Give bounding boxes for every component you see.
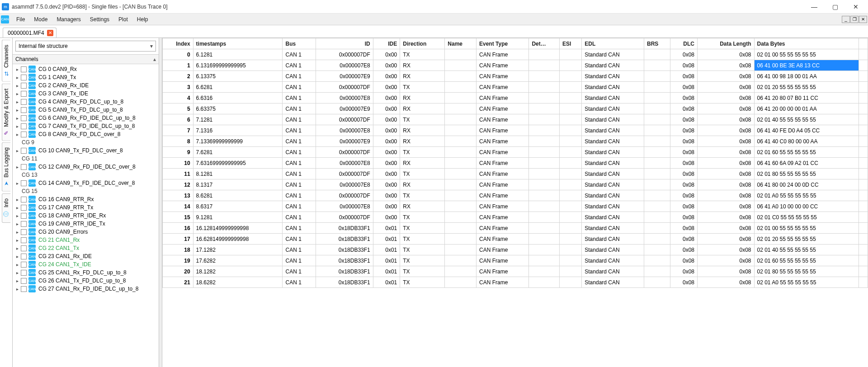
cell-id[interactable]: 0x000007DF: [316, 190, 373, 201]
cell-dlen[interactable]: 0x08: [697, 136, 754, 147]
cell-bus[interactable]: CAN 1: [283, 125, 316, 136]
cell-data[interactable]: 06 41 A0 10 00 00 00 CC: [754, 201, 859, 212]
cell-idx[interactable]: 7: [163, 125, 193, 136]
checkbox[interactable]: [21, 254, 27, 259]
checkbox[interactable]: [21, 180, 27, 186]
table-row[interactable]: 87.13369999999999CAN 10x000007E90x00RXCA…: [163, 136, 868, 147]
cell-ts[interactable]: 8.1317: [193, 179, 283, 190]
cell-dir[interactable]: RX: [400, 60, 445, 71]
cell-data[interactable]: 02 01 80 55 55 55 55 55: [754, 169, 859, 179]
cell-ide[interactable]: 0x01: [373, 245, 400, 255]
col-index[interactable]: Index: [163, 38, 193, 49]
cell-name[interactable]: [445, 147, 476, 158]
cell-idx[interactable]: 4: [163, 93, 193, 104]
cell-idx[interactable]: 18: [163, 245, 193, 255]
cell-dir[interactable]: TX: [400, 114, 445, 125]
cell-det[interactable]: [529, 201, 560, 212]
cell-edl[interactable]: Standard CAN: [582, 179, 644, 190]
cell-data[interactable]: 02 01 40 55 55 55 55 55: [754, 245, 859, 255]
cell-bus[interactable]: CAN 1: [283, 114, 316, 125]
cell-bus[interactable]: CAN 1: [283, 179, 316, 190]
cell-dlc[interactable]: 0x08: [670, 212, 698, 223]
cell-dir[interactable]: TX: [400, 147, 445, 158]
cell-id[interactable]: 0x18DB33F1: [316, 234, 373, 245]
cell-esi[interactable]: [559, 277, 581, 288]
cell-bus[interactable]: CAN 1: [283, 234, 316, 245]
col-timestamps[interactable]: timestamps: [193, 38, 283, 49]
caret-icon[interactable]: ▸: [14, 287, 20, 292]
cell-dir[interactable]: TX: [400, 212, 445, 223]
cell-dlen[interactable]: 0x08: [697, 223, 754, 234]
cell-dlc[interactable]: 0x08: [670, 179, 698, 190]
cell-dir[interactable]: TX: [400, 255, 445, 266]
cell-ide[interactable]: 0x00: [373, 136, 400, 147]
cell-idx[interactable]: 6: [163, 114, 193, 125]
cell-brs[interactable]: [644, 255, 670, 266]
cell-name[interactable]: [445, 136, 476, 147]
cell-esi[interactable]: [559, 136, 581, 147]
caret-icon[interactable]: ▸: [14, 132, 20, 137]
cell-edl[interactable]: Standard CAN: [582, 93, 644, 104]
caret-icon[interactable]: ▸: [14, 221, 20, 226]
channel-tree[interactable]: ▸CANCG 0 CAN9_Rx▸CANCG 1 CAN9_Tx▸CANCG 2…: [13, 64, 159, 367]
cell-ide[interactable]: 0x00: [373, 49, 400, 60]
tree-item[interactable]: ▸CANCG 22 CAN1_Tx: [13, 244, 158, 252]
cell-ide[interactable]: 0x01: [373, 266, 400, 277]
table-row[interactable]: 148.6317CAN 10x000007E80x00RXCAN FrameSt…: [163, 201, 868, 212]
menu-mode[interactable]: Mode: [29, 14, 52, 25]
cell-dlen[interactable]: 0x08: [697, 212, 754, 223]
cell-dlc[interactable]: 0x08: [670, 277, 698, 288]
cell-det[interactable]: [529, 49, 560, 60]
cell-evt[interactable]: CAN Frame: [476, 147, 529, 158]
cell-bus[interactable]: CAN 1: [283, 277, 316, 288]
cell-dir[interactable]: RX: [400, 179, 445, 190]
cell-id[interactable]: 0x000007E9: [316, 104, 373, 114]
cell-det[interactable]: [529, 245, 560, 255]
cell-esi[interactable]: [559, 201, 581, 212]
tree-item[interactable]: CG 13: [13, 171, 158, 179]
cell-esi[interactable]: [559, 104, 581, 114]
cell-dir[interactable]: RX: [400, 71, 445, 82]
cell-brs[interactable]: [644, 60, 670, 71]
cell-evt[interactable]: CAN Frame: [476, 93, 529, 104]
side-tab-modify-export[interactable]: ✎Modify & Export: [2, 84, 10, 141]
cell-det[interactable]: [529, 82, 560, 93]
cell-det[interactable]: [529, 223, 560, 234]
cell-evt[interactable]: CAN Frame: [476, 223, 529, 234]
cell-esi[interactable]: [559, 190, 581, 201]
cell-det[interactable]: [529, 71, 560, 82]
cell-det[interactable]: [529, 277, 560, 288]
cell-ts[interactable]: 7.6281: [193, 147, 283, 158]
cell-brs[interactable]: [644, 190, 670, 201]
cell-det[interactable]: [529, 169, 560, 179]
tree-item[interactable]: ▸CANCG 8 CAN9_Rx_FD_DLC_over_8: [13, 130, 158, 138]
caret-icon[interactable]: ▸: [14, 230, 20, 235]
cell-esi[interactable]: [559, 212, 581, 223]
cell-id[interactable]: 0x000007E8: [316, 125, 373, 136]
cell-det[interactable]: [529, 60, 560, 71]
tree-item[interactable]: ▸CANCG 27 CAN1_Rx_FD_IDE_DLC_up_to_8: [13, 285, 158, 293]
col-esi[interactable]: ESI: [559, 38, 581, 49]
cell-evt[interactable]: CAN Frame: [476, 158, 529, 169]
col-direction[interactable]: Direction: [400, 38, 445, 49]
cell-ide[interactable]: 0x01: [373, 277, 400, 288]
cell-det[interactable]: [529, 190, 560, 201]
cell-det[interactable]: [529, 114, 560, 125]
cell-edl[interactable]: Standard CAN: [582, 60, 644, 71]
col-data-length[interactable]: Data Length: [697, 38, 754, 49]
cell-edl[interactable]: Standard CAN: [582, 104, 644, 114]
cell-data[interactable]: 02 01 20 55 55 55 55 55: [754, 82, 859, 93]
table-row[interactable]: 16.131699999999995CAN 10x000007E80x00RXC…: [163, 60, 868, 71]
cell-brs[interactable]: [644, 266, 670, 277]
caret-icon[interactable]: ▸: [14, 238, 20, 243]
cell-esi[interactable]: [559, 255, 581, 266]
cell-brs[interactable]: [644, 104, 670, 114]
cell-ide[interactable]: 0x00: [373, 147, 400, 158]
cell-name[interactable]: [445, 114, 476, 125]
cell-ts[interactable]: 18.6282: [193, 277, 283, 288]
cell-evt[interactable]: CAN Frame: [476, 212, 529, 223]
cell-dlen[interactable]: 0x08: [697, 201, 754, 212]
caret-icon[interactable]: ▸: [14, 91, 20, 96]
cell-edl[interactable]: Standard CAN: [582, 82, 644, 93]
cell-dir[interactable]: RX: [400, 93, 445, 104]
